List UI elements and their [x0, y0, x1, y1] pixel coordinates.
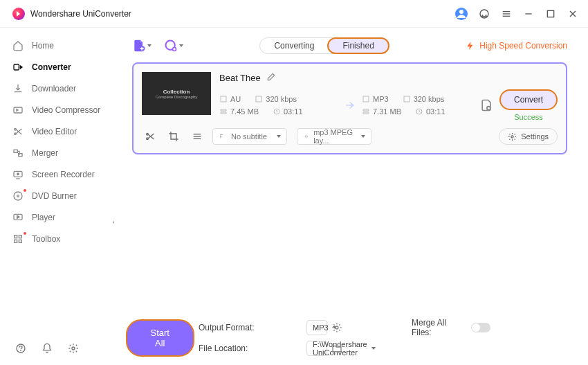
- svg-point-26: [72, 347, 75, 350]
- tab-converting[interactable]: Converting: [260, 38, 328, 53]
- sidebar-label: Video Editor: [32, 127, 77, 136]
- arrow-right-icon: [344, 99, 356, 112]
- svg-rect-21: [19, 235, 21, 238]
- sidebar-item-toolbox[interactable]: Toolbox: [0, 228, 121, 249]
- svg-point-18: [17, 195, 19, 197]
- file-location-select[interactable]: F:\Wondershare UniConverter: [306, 341, 327, 356]
- window-close-icon[interactable]: [567, 8, 578, 19]
- main-panel: Converting Finished High Speed Conversio…: [121, 28, 588, 365]
- sidebar-item-downloader[interactable]: Downloader: [0, 78, 121, 99]
- crop-icon[interactable]: [168, 131, 179, 142]
- high-speed-label: High Speed Conversion: [479, 41, 567, 51]
- output-format-value: MP3: [313, 323, 329, 332]
- svg-point-43: [336, 326, 338, 329]
- svg-point-38: [147, 138, 149, 140]
- app-logo-icon: [12, 8, 25, 20]
- support-icon[interactable]: [479, 8, 490, 19]
- status-tabs: Converting Finished: [259, 37, 389, 54]
- svg-point-0: [459, 10, 463, 14]
- output-format-label: Output Format:: [199, 323, 302, 332]
- task-thumbnail: Collection Complete Discography: [142, 72, 211, 115]
- toolbox-icon: [12, 233, 24, 244]
- chevron-down-icon: [371, 347, 376, 350]
- footer-bar: Output Format: MP3 Merge All Files: Star…: [121, 314, 578, 365]
- settings-gear-icon[interactable]: [68, 343, 79, 354]
- src-dur: 03:11: [284, 107, 303, 116]
- svg-rect-9: [14, 64, 19, 70]
- svg-rect-34: [404, 96, 410, 102]
- svg-rect-31: [256, 96, 261, 102]
- gear-icon: [508, 132, 517, 141]
- add-files-button[interactable]: [132, 39, 151, 53]
- subtitle-value: No subtitle: [231, 132, 267, 141]
- add-url-button[interactable]: [164, 39, 183, 53]
- clock-icon: [415, 107, 423, 116]
- effect-icon[interactable]: [192, 131, 203, 142]
- thumb-title: Collection: [163, 89, 190, 95]
- sidebar-item-recorder[interactable]: Screen Recorder: [0, 163, 121, 185]
- recorder-icon: [12, 169, 24, 180]
- format-settings-icon[interactable]: [331, 322, 342, 333]
- chevron-down-icon: [361, 135, 365, 138]
- svg-point-11: [15, 128, 17, 130]
- merge-toggle[interactable]: [471, 323, 490, 332]
- file-settings-icon[interactable]: [479, 98, 493, 112]
- svg-rect-20: [15, 235, 17, 238]
- start-all-button[interactable]: Start All: [126, 319, 194, 357]
- svg-point-25: [21, 350, 21, 351]
- svg-rect-6: [547, 10, 553, 17]
- sidebar-item-home[interactable]: Home: [0, 35, 121, 56]
- sidebar-item-editor[interactable]: Video Editor: [0, 121, 121, 142]
- scissors-icon: [12, 126, 24, 137]
- output-format-select[interactable]: MP3: [306, 320, 327, 335]
- chevron-down-icon: [147, 44, 151, 47]
- sidebar-collapse-handle[interactable]: [111, 219, 116, 226]
- audio-icon: [303, 132, 309, 141]
- window-maximize-icon[interactable]: [545, 8, 556, 19]
- clock-icon: [273, 107, 281, 116]
- window-minimize-icon[interactable]: [523, 8, 534, 19]
- sidebar-item-compressor[interactable]: Video Compressor: [0, 99, 121, 121]
- sidebar-label: DVD Burner: [32, 191, 77, 201]
- sidebar-item-merger[interactable]: Merger: [0, 142, 121, 163]
- sidebar: Home Converter Downloader Video Compress…: [0, 28, 121, 365]
- sidebar-item-converter[interactable]: Converter: [0, 56, 121, 78]
- bell-icon[interactable]: [42, 343, 53, 354]
- merge-label: Merge All Files:: [412, 318, 467, 337]
- size-icon: [362, 107, 370, 116]
- high-speed-toggle[interactable]: High Speed Conversion: [466, 41, 567, 51]
- svg-point-17: [14, 192, 22, 200]
- subtitle-select[interactable]: No subtitle: [212, 128, 287, 145]
- src-bitrate: 320 kbps: [266, 95, 297, 103]
- thumb-sub: Complete Discography: [156, 95, 198, 99]
- dst-dur: 03:11: [426, 107, 445, 116]
- convert-button[interactable]: Convert: [499, 89, 558, 110]
- audio-value: mp3 MPEG lay...: [313, 128, 357, 145]
- titlebar: Wondershare UniConverter: [0, 0, 588, 28]
- tab-finished[interactable]: Finished: [327, 37, 389, 54]
- task-settings-button[interactable]: Settings: [499, 128, 558, 145]
- dst-bitrate: 320 kbps: [414, 95, 445, 103]
- chevron-down-icon: [277, 135, 281, 138]
- rename-icon[interactable]: [266, 72, 276, 84]
- bitrate-icon: [403, 95, 411, 103]
- help-icon[interactable]: [15, 343, 26, 354]
- sidebar-label: Downloader: [32, 84, 76, 94]
- sidebar-item-player[interactable]: Player: [0, 206, 121, 228]
- user-avatar-icon[interactable]: [455, 8, 468, 20]
- menu-icon[interactable]: [501, 8, 512, 19]
- sidebar-label: Player: [32, 213, 55, 222]
- format-icon: [219, 95, 228, 103]
- audio-select[interactable]: mp3 MPEG lay...: [297, 128, 371, 145]
- sidebar-item-dvd[interactable]: DVD Burner: [0, 185, 121, 206]
- open-folder-icon[interactable]: [331, 343, 342, 354]
- home-icon: [12, 40, 24, 51]
- dvd-icon: [12, 190, 24, 202]
- sidebar-label: Merger: [32, 148, 58, 158]
- sidebar-label: Screen Recorder: [32, 170, 95, 179]
- src-fmt: AU: [230, 95, 241, 103]
- sidebar-label: Home: [32, 41, 54, 51]
- trim-icon[interactable]: [145, 131, 156, 142]
- bitrate-icon: [255, 95, 263, 103]
- size-icon: [219, 107, 228, 116]
